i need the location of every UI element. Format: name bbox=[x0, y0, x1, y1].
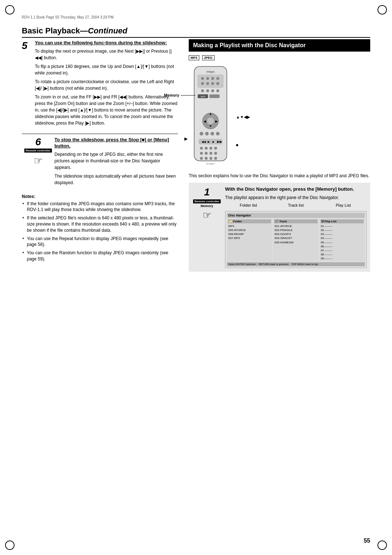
format-badges: MP3 JPEG bbox=[189, 55, 370, 60]
page-number: 55 bbox=[364, 538, 370, 544]
svg-text:▶: ▶ bbox=[215, 119, 218, 123]
disc-nav-pl-row-6: 07.-------- bbox=[320, 248, 364, 252]
disc-nav-folder-header: 📁 Folder bbox=[228, 219, 271, 223]
folder-icon: 📁 bbox=[229, 220, 232, 223]
svg-text:MEM: MEM bbox=[201, 96, 205, 98]
step-6-body: Depending on the type of JPEG disc, eith… bbox=[54, 151, 178, 186]
svg-point-12 bbox=[206, 89, 209, 92]
disc-nav-footer: Select ENTER Selection RETURN back to pr… bbox=[227, 262, 365, 266]
svg-point-34 bbox=[205, 147, 208, 150]
svg-text:▶: ▶ bbox=[208, 140, 210, 143]
section-title-box: Making a Playlist with the Disc Navigato… bbox=[189, 39, 370, 52]
step-5-para-3: To rotate a picture counterclockwise or … bbox=[35, 78, 178, 92]
step-6-block: 6 Remote controller ☞ To stop the slides… bbox=[22, 134, 178, 188]
disc-nav-track-row-2: 003.GOOFO bbox=[274, 232, 317, 236]
notes-section: Notes: If the folder containing the JPEG… bbox=[22, 194, 178, 262]
svg-point-11 bbox=[201, 89, 204, 92]
main-content: 5 You can use the following func-tions d… bbox=[22, 39, 370, 533]
right-step-1-hand-icon: ☞ bbox=[203, 209, 212, 221]
jpeg-badge: JPEG bbox=[202, 55, 215, 60]
disc-nav-playlist-col: ☑ Play List 01.-------- 02.-------- 03.-… bbox=[319, 219, 365, 262]
right-column: Making a Playlist with the Disc Navigato… bbox=[189, 39, 370, 277]
svg-point-26 bbox=[211, 132, 214, 135]
corner-decoration-tl bbox=[5, 5, 15, 15]
notes-title: Notes: bbox=[22, 194, 178, 199]
step-5-para-4: To zoom in or out, use the FF [▶▶] and F… bbox=[35, 94, 178, 126]
step-6-left: 6 Remote controller ☞ bbox=[22, 137, 54, 188]
svg-point-10 bbox=[216, 82, 219, 85]
step-6-remote-label: Remote controller bbox=[24, 149, 52, 153]
header-meta: RDV-1.1 Book Page 55 Thursday, May 27, 2… bbox=[22, 15, 114, 19]
right-step-1-memory-icon-label: Memory bbox=[201, 204, 213, 208]
step-5-number: 5 bbox=[22, 40, 28, 51]
svg-point-37 bbox=[200, 152, 203, 155]
note-item-1: If the folder containing the JPEG images… bbox=[22, 201, 178, 213]
notes-list: If the folder containing the JPEG images… bbox=[22, 201, 178, 262]
disc-nav-pl-row-4: 05.-------- bbox=[320, 240, 364, 244]
two-column-layout: 5 You can use the following func-tions d… bbox=[22, 39, 370, 277]
left-column: 5 You can use the following func-tions d… bbox=[22, 39, 178, 277]
svg-text:▲: ▲ bbox=[209, 112, 212, 116]
right-step-1-remote-label: Remote controller bbox=[193, 199, 221, 203]
step-5-content: You can use the following func-tions dur… bbox=[35, 40, 178, 129]
svg-text:◀◀: ◀◀ bbox=[201, 140, 206, 143]
footer-select: Select ENTER Selection bbox=[228, 263, 256, 266]
col-header-playlist: Play List bbox=[320, 203, 367, 207]
step-5-header: You can use the following func-tions dur… bbox=[35, 40, 178, 46]
disc-nav-col-headers: Folder list Track list Play List bbox=[225, 203, 367, 207]
playlist-icon: ☑ bbox=[321, 220, 324, 223]
svg-rect-2 bbox=[198, 75, 223, 88]
disc-nav-folder-row-3: 007.MP3 bbox=[228, 236, 271, 240]
right-step-1-content: With the Disc Navigator open, press the … bbox=[225, 186, 367, 268]
svg-point-35 bbox=[209, 147, 212, 150]
disc-navigator-screen: Disc Navigator 📁 Folder MP3 005.4FOR bbox=[225, 211, 367, 268]
step-6-number: 6 bbox=[35, 137, 41, 147]
svg-point-5 bbox=[211, 77, 214, 80]
svg-point-8 bbox=[206, 82, 209, 85]
disc-nav-pl-row-1: 02.-------- bbox=[320, 228, 364, 232]
step-5-body: To display the next or previous image, u… bbox=[35, 48, 178, 126]
svg-point-6 bbox=[216, 77, 219, 80]
svg-point-42 bbox=[205, 157, 208, 160]
dpad-arrows-label: ▲▼◀▶ bbox=[236, 115, 250, 119]
svg-point-33 bbox=[200, 147, 203, 150]
disc-nav-folder-row-1: 005.4FORCE bbox=[228, 228, 271, 232]
step-6-header: To stop the slideshow, press the Stop [■… bbox=[54, 137, 178, 149]
section-description: This section explains how to use the Dis… bbox=[189, 173, 370, 179]
footer-return: RETURN back to previous bbox=[259, 263, 289, 266]
right-step-1-body: The playlist appears in the right pane o… bbox=[225, 194, 367, 201]
disc-nav-pl-row-8: 09.-------- bbox=[320, 256, 364, 260]
corner-decoration-br bbox=[377, 540, 387, 550]
play-label: ▶ bbox=[184, 137, 187, 141]
stop-label: ■ bbox=[236, 143, 238, 147]
mp3-badge: MP3 bbox=[189, 55, 199, 60]
svg-text:RC-NR2V: RC-NR2V bbox=[207, 163, 215, 165]
hand-icon: ☞ bbox=[34, 155, 43, 167]
svg-point-13 bbox=[211, 89, 214, 92]
note-item-4: You can use the Random function to displ… bbox=[22, 250, 178, 262]
disc-nav-track-header: 🎵 Track bbox=[274, 219, 317, 223]
disc-nav-track-row-4: 005.HOMESW bbox=[274, 240, 317, 244]
svg-point-7 bbox=[201, 82, 204, 85]
step-5-block: 5 You can use the following func-tions d… bbox=[22, 39, 178, 129]
svg-text:Integra: Integra bbox=[207, 70, 215, 73]
right-step-1-left: 1 Remote controller Memory ☞ bbox=[192, 186, 221, 268]
remote-control-svg: Integra bbox=[189, 65, 232, 166]
disc-nav-track-row-0: 001.4FORCE bbox=[274, 224, 317, 228]
memory-pointer-line bbox=[181, 95, 195, 96]
disc-nav-track-row-3: 004.GRACE? bbox=[274, 236, 317, 240]
svg-point-27 bbox=[216, 132, 220, 135]
disc-nav-pl-row-5: 06.-------- bbox=[320, 244, 364, 248]
remote-svg-container: Integra bbox=[189, 65, 232, 167]
svg-point-44 bbox=[214, 157, 217, 160]
svg-point-19 bbox=[207, 117, 214, 125]
note-item-2: If the selected JPEG file's resolution i… bbox=[22, 215, 178, 233]
svg-point-3 bbox=[201, 77, 204, 80]
svg-point-39 bbox=[209, 152, 212, 155]
step-5-para-2: To flip a picture 180 degrees, use the U… bbox=[35, 63, 178, 76]
svg-point-24 bbox=[200, 132, 203, 135]
svg-point-4 bbox=[206, 77, 209, 80]
disc-nav-track-col: 🎵 Track 001.4FORCE 002.FRAGILE 003.GOOFO… bbox=[273, 219, 318, 262]
corner-decoration-bl bbox=[5, 540, 15, 550]
svg-text:▶▶: ▶▶ bbox=[217, 140, 222, 143]
